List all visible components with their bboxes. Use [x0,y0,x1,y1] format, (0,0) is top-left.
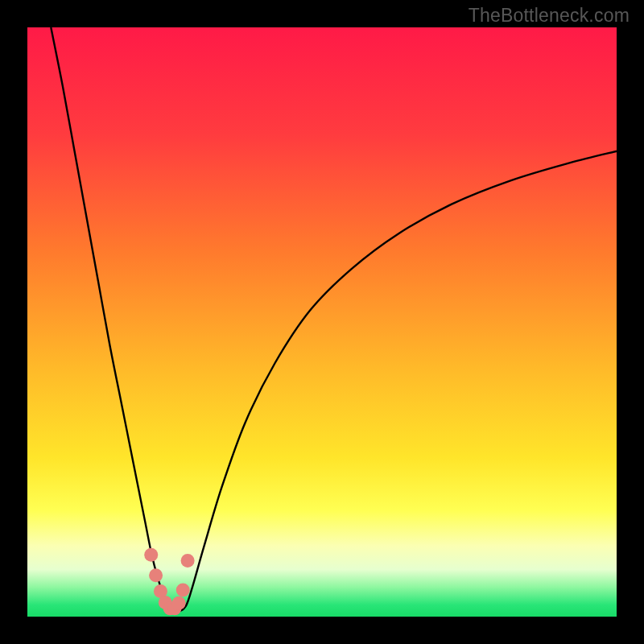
highlight-point [149,568,163,582]
bottleneck-curve [51,27,617,612]
watermark-label: TheBottleneck.com [469,5,630,27]
chart-frame: TheBottleneck.com [0,0,644,644]
highlight-point [176,584,190,597]
highlight-point [172,597,186,610]
chart-plot-area [27,27,617,617]
highlight-point [181,554,195,568]
chart-svg [27,27,617,617]
highlight-point [144,548,158,562]
